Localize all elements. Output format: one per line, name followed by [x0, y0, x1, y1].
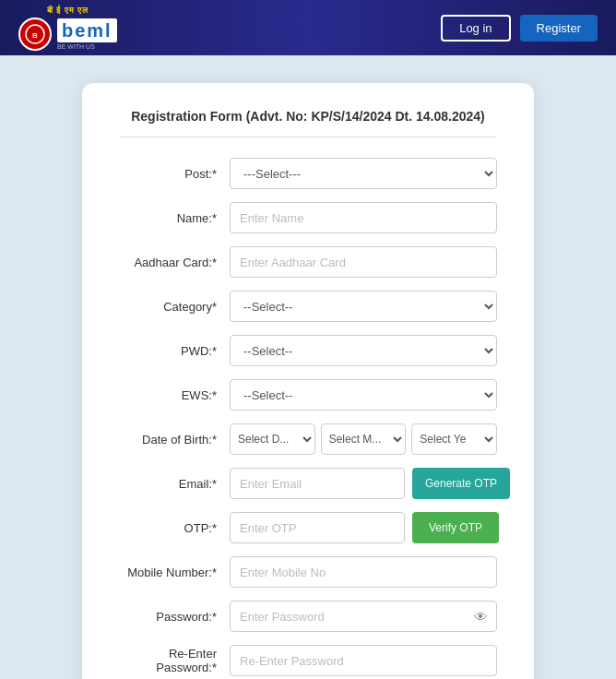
- email-label: Email:*: [119, 477, 230, 491]
- post-select[interactable]: ---Select---: [230, 158, 497, 189]
- dob-selects: Select D... Select M... Select Ye: [230, 423, 497, 455]
- main-content: Registration Form (Advt. No: KP/S/14/202…: [0, 55, 616, 679]
- logo-sub: BE WITH US: [57, 43, 117, 50]
- aadhaar-input[interactable]: [230, 246, 497, 278]
- ews-row: EWS:* --Select--: [119, 379, 497, 411]
- name-label: Name:*: [119, 211, 230, 225]
- verify-otp-button[interactable]: Verify OTP: [412, 512, 499, 543]
- otp-input[interactable]: [230, 512, 405, 543]
- header: बी ई एम एल B beml BE WITH US Log in Regi…: [0, 0, 616, 55]
- login-button[interactable]: Log in: [441, 15, 510, 42]
- mobile-input[interactable]: [230, 556, 497, 588]
- logo-beml: beml: [57, 18, 117, 42]
- mobile-row: Mobile Number:*: [119, 556, 497, 588]
- category-row: Category* --Select--: [119, 291, 497, 322]
- register-header-button[interactable]: Register: [520, 15, 598, 42]
- pwd-label: PWD:*: [119, 344, 230, 358]
- re-password-input[interactable]: [230, 645, 497, 676]
- generate-otp-button[interactable]: Generate OTP: [412, 468, 510, 499]
- password-label: Password:*: [119, 610, 230, 624]
- form-title: Registration Form (Advt. No: KP/S/14/202…: [119, 109, 497, 137]
- form-card: Registration Form (Advt. No: KP/S/14/202…: [82, 83, 534, 679]
- logo-hindi: बी ई एम एल: [47, 6, 89, 16]
- category-label: Category*: [119, 300, 230, 314]
- dob-row: Date of Birth:* Select D... Select M... …: [119, 423, 497, 455]
- pwd-select[interactable]: --Select--: [230, 335, 497, 366]
- password-input[interactable]: [230, 601, 497, 632]
- dob-day-select[interactable]: Select D...: [230, 423, 315, 455]
- dob-month-select[interactable]: Select M...: [321, 423, 407, 455]
- name-row: Name:*: [119, 202, 497, 233]
- header-buttons: Log in Register: [441, 15, 598, 42]
- name-input[interactable]: [230, 202, 497, 233]
- password-row: Password:* 👁: [119, 601, 497, 632]
- post-row: Post:* ---Select---: [119, 158, 497, 189]
- password-eye-icon[interactable]: 👁: [474, 609, 488, 625]
- logo-icon: B: [25, 24, 45, 44]
- logo-circle: B: [18, 18, 52, 51]
- re-password-row: Re-Enter Password:*: [119, 645, 497, 676]
- ews-select[interactable]: --Select--: [230, 379, 497, 411]
- mobile-label: Mobile Number:*: [119, 566, 230, 579]
- category-select[interactable]: --Select--: [230, 291, 497, 322]
- re-password-label: Re-Enter Password:*: [119, 647, 230, 674]
- email-row: Email:* Generate OTP: [119, 468, 497, 499]
- dob-label: Date of Birth:*: [119, 433, 230, 447]
- svg-text:B: B: [32, 31, 38, 40]
- aadhaar-label: Aadhaar Card:*: [119, 256, 230, 269]
- email-input[interactable]: [230, 468, 405, 499]
- pwd-row: PWD:* --Select--: [119, 335, 497, 366]
- email-input-group: Generate OTP: [230, 468, 510, 499]
- otp-row: OTP:* Verify OTP: [119, 512, 497, 543]
- ews-label: EWS:*: [119, 388, 230, 402]
- logo-area: बी ई एम एल B beml BE WITH US: [18, 6, 117, 51]
- password-wrapper: 👁: [230, 601, 497, 632]
- otp-label: OTP:*: [119, 521, 230, 535]
- dob-year-select[interactable]: Select Ye: [411, 423, 497, 455]
- post-label: Post:*: [119, 167, 230, 181]
- aadhaar-row: Aadhaar Card:*: [119, 246, 497, 278]
- otp-input-group: Verify OTP: [230, 512, 499, 543]
